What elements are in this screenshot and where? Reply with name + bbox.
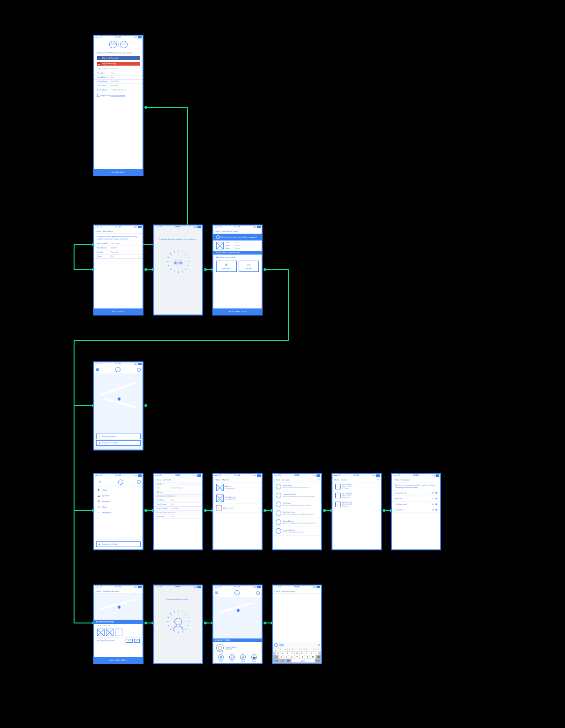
message-item[interactable]: Expert NameMost recent message from expe… <box>273 482 321 491</box>
key[interactable]: B <box>300 655 305 659</box>
form-field[interactable]: Family NameDoe <box>154 503 202 507</box>
key[interactable]: ⇧ <box>273 655 279 659</box>
key[interactable]: Y <box>297 648 301 652</box>
back-button[interactable]: Back <box>274 478 280 481</box>
message-item[interactable]: Insurance BrokerMost recent message from… <box>273 527 321 536</box>
compose-button[interactable]: ✎ <box>318 478 320 481</box>
key[interactable]: Z <box>279 655 284 659</box>
menu-button[interactable] <box>96 368 99 370</box>
form-field[interactable]: Phone Number00-000000 <box>94 80 143 84</box>
claim-item[interactable]: ····#HO-3940827Filed 07/15/2015In Progre… <box>332 482 381 491</box>
key[interactable]: H <box>300 652 304 655</box>
request-tow-button[interactable]: 🚚Request a Tow Truck » <box>96 440 141 446</box>
claim-item[interactable]: ✓#BS-3277106Filed 07/10/2015Complete <box>332 500 381 509</box>
key[interactable]: C <box>289 655 294 659</box>
form-field[interactable]: First NameJohn <box>94 71 143 75</box>
fleet-item[interactable]: Honda AccordInsurance type: M› <box>213 493 262 504</box>
terms-link[interactable]: Terms and Conditions <box>111 95 125 97</box>
form-field[interactable]: OwnerMe› <box>94 255 143 259</box>
key[interactable]: F <box>290 652 294 655</box>
mic-button[interactable]: 🎤 <box>318 644 320 646</box>
message-item[interactable]: Tow Truck DriverMost recent message from… <box>273 509 321 518</box>
user-row[interactable]: YouYoussef Jabbour› <box>154 486 202 490</box>
message-item[interactable]: Claims AdvisorMost recent message from c… <box>273 518 321 527</box>
key[interactable]: I <box>307 648 311 652</box>
map[interactable]: ⚡Report an Accident » 🚚Request a Tow Tru… <box>94 374 143 450</box>
claim-item[interactable]: !#RJ-3203636Filed 11/28/2015Requires Inf… <box>332 491 381 500</box>
menu-item-my-fleet[interactable]: 🚗My Fleet <box>94 493 143 498</box>
vehicle-option[interactable] <box>97 629 105 636</box>
fleet-item[interactable]: BMW X5Insurance type: B› <box>213 482 262 493</box>
key[interactable]: W <box>278 648 282 652</box>
back-button[interactable]: Back <box>274 590 280 593</box>
photo-button[interactable]: 📷Photo <box>251 654 257 662</box>
vehicle-option-empty[interactable] <box>115 629 122 636</box>
info-button[interactable]: i <box>137 480 141 484</box>
key[interactable]: K <box>309 652 313 655</box>
key-☺[interactable]: ☺ <box>279 659 285 662</box>
menu-item-profile[interactable]: 👤Profile <box>94 487 143 493</box>
terms-checkbox-row[interactable]: I agree to the Terms and Conditions <box>94 92 143 98</box>
form-field[interactable]: Phone Number00-000000 <box>154 507 202 511</box>
key[interactable]: D <box>285 652 289 655</box>
take-photo-button[interactable]: ⊙Take photo <box>239 261 259 272</box>
register-button[interactable]: REGISTER » <box>94 169 143 175</box>
form-field[interactable]: SymbolRequired› <box>94 250 143 255</box>
yes-button[interactable]: YES <box>126 639 132 643</box>
menu-item-emergency[interactable]: ⚠Emergency <box>94 510 143 515</box>
key[interactable]: R <box>288 648 292 652</box>
back-button[interactable]: Back <box>393 478 399 481</box>
emergency-item[interactable]: Civil Defence125 <box>392 507 440 513</box>
key-space[interactable]: space <box>292 659 315 662</box>
menu-button[interactable] <box>215 592 218 593</box>
voice-button[interactable]: 🎤Voice <box>240 654 246 662</box>
keyboard[interactable]: QWERTYUIOPASDFGHJKL⇧ZXCVBNM⌫123☺⌨spacere… <box>273 648 321 663</box>
chat-tag[interactable]: Hey <box>279 644 284 646</box>
vehicle-option[interactable] <box>106 629 113 636</box>
info-button[interactable]: i <box>137 368 141 372</box>
key[interactable]: O <box>311 648 316 652</box>
map[interactable] <box>213 597 262 638</box>
no-button[interactable]: NO <box>134 639 140 643</box>
key[interactable]: S <box>280 652 285 655</box>
key[interactable]: P <box>316 648 321 652</box>
warning-banner[interactable]: Not your vehicle? Tap here for support. <box>213 251 262 255</box>
back-button[interactable]: Back <box>155 478 161 481</box>
back-button[interactable]: Back <box>96 590 101 593</box>
form-field[interactable]: Family NameDoe <box>94 75 143 80</box>
back-button[interactable]: Back <box>334 478 339 481</box>
info-button[interactable]: i <box>256 591 260 595</box>
add-vehicle-row[interactable]: +Add a vehicle› <box>213 504 262 513</box>
key[interactable]: T <box>293 648 297 652</box>
call-button[interactable]: ☎Call <box>218 654 224 662</box>
back-button[interactable]: Back <box>96 230 101 233</box>
form-field[interactable]: Policy NumberLast 4 digits <box>94 242 143 246</box>
message-item[interactable]: Third PartyMost recent message from thir… <box>273 500 321 509</box>
notif-field[interactable]: First NameJohn <box>154 515 202 519</box>
emergency-item[interactable]: Fire Department175 <box>392 502 440 507</box>
key[interactable]: Q <box>273 648 278 652</box>
validate-button[interactable]: VALIDATE » <box>94 308 143 315</box>
form-field[interactable]: Email Addressemail@company.com <box>94 88 143 92</box>
key-⌨[interactable]: ⌨ <box>286 659 291 662</box>
key[interactable]: ⌫ <box>316 655 321 659</box>
key-123[interactable]: 123 <box>273 659 279 662</box>
form-field[interactable]: Date of BirthRequired <box>94 84 143 88</box>
key[interactable]: M <box>310 655 316 659</box>
map[interactable] <box>94 594 143 620</box>
back-button[interactable]: Back <box>215 230 220 233</box>
emergency-item[interactable]: Red Cross140 <box>392 496 440 502</box>
upload-photo-button[interactable]: ⬆Upload photo <box>216 261 237 272</box>
key-return[interactable]: return <box>315 659 321 662</box>
menu-item-messages[interactable]: 💬Messages <box>94 498 143 504</box>
back-button[interactable]: Back <box>215 478 220 481</box>
key[interactable]: L <box>314 652 318 655</box>
key[interactable]: G <box>295 652 299 655</box>
vehicle-selector[interactable] <box>94 628 143 637</box>
key[interactable]: N <box>305 655 310 659</box>
add-vehicle-button[interactable]: ADD VEHICLE » <box>213 308 262 315</box>
key[interactable]: A <box>276 652 280 655</box>
google-signin-button[interactable]: g+Sign in with Google <box>97 62 140 66</box>
close-button[interactable]: ✕ <box>96 479 105 485</box>
menu-item-claims[interactable]: 📋Claims <box>94 504 143 510</box>
